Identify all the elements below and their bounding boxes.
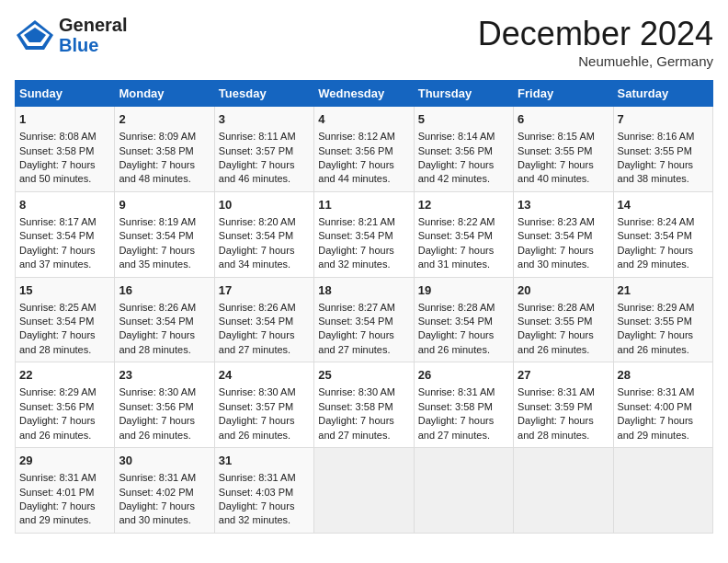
calendar-cell: 24Sunrise: 8:30 AMSunset: 3:57 PMDayligh…	[214, 362, 313, 448]
sunrise: Sunrise: 8:16 AM	[618, 131, 695, 142]
calendar-week-row: 22Sunrise: 8:29 AMSunset: 3:56 PMDayligh…	[16, 362, 713, 448]
calendar-cell	[314, 448, 414, 534]
daylight: Daylight: 7 hours and 42 minutes.	[418, 159, 495, 184]
sunrise: Sunrise: 8:23 AM	[518, 216, 595, 227]
day-number: 30	[119, 453, 210, 469]
logo-general: General	[59, 15, 127, 35]
calendar-table: SundayMondayTuesdayWednesdayThursdayFrid…	[15, 80, 713, 534]
sunset: Sunset: 3:58 PM	[418, 401, 493, 412]
day-number: 21	[618, 282, 709, 299]
logo-text: General Blue	[59, 15, 127, 55]
sunrise: Sunrise: 8:12 AM	[318, 131, 395, 142]
sunset: Sunset: 3:54 PM	[418, 230, 493, 241]
page-header: General Blue December 2024 Neumuehle, Ge…	[15, 15, 713, 69]
sunrise: Sunrise: 8:25 AM	[19, 302, 97, 313]
sunrise: Sunrise: 8:22 AM	[418, 216, 495, 227]
sunset: Sunset: 3:58 PM	[318, 401, 392, 412]
sunset: Sunset: 3:54 PM	[418, 316, 493, 327]
calendar-cell: 29Sunrise: 8:31 AMSunset: 4:01 PMDayligh…	[16, 448, 115, 534]
calendar-cell: 26Sunrise: 8:31 AMSunset: 3:58 PMDayligh…	[414, 362, 513, 448]
sunset: Sunset: 3:54 PM	[318, 230, 392, 241]
calendar-cell: 25Sunrise: 8:30 AMSunset: 3:58 PMDayligh…	[314, 362, 414, 448]
sunset: Sunset: 3:56 PM	[318, 145, 392, 156]
calendar-week-row: 8Sunrise: 8:17 AMSunset: 3:54 PMDaylight…	[16, 191, 713, 277]
day-number: 25	[318, 367, 409, 384]
calendar-cell: 30Sunrise: 8:31 AMSunset: 4:02 PMDayligh…	[115, 448, 214, 534]
calendar-cell: 10Sunrise: 8:20 AMSunset: 3:54 PMDayligh…	[214, 191, 313, 277]
daylight: Daylight: 7 hours and 30 minutes.	[518, 245, 594, 270]
day-number: 4	[318, 111, 409, 128]
sunset: Sunset: 4:01 PM	[19, 487, 94, 498]
day-number: 19	[418, 282, 509, 299]
title-block: December 2024 Neumuehle, Germany	[478, 15, 713, 69]
calendar-cell: 7Sunrise: 8:16 AMSunset: 3:55 PMDaylight…	[613, 107, 712, 192]
sunset: Sunset: 3:54 PM	[19, 230, 94, 241]
sunset: Sunset: 4:03 PM	[219, 487, 293, 498]
day-number: 3	[219, 111, 310, 128]
daylight: Daylight: 7 hours and 46 minutes.	[219, 159, 295, 184]
day-of-week-header: Sunday	[16, 81, 115, 107]
logo-icon	[15, 18, 55, 52]
sunset: Sunset: 3:55 PM	[518, 316, 592, 327]
day-number: 1	[19, 111, 110, 128]
daylight: Daylight: 7 hours and 29 minutes.	[618, 245, 694, 270]
sunset: Sunset: 3:54 PM	[518, 230, 592, 241]
day-number: 8	[19, 197, 110, 213]
sunrise: Sunrise: 8:31 AM	[618, 386, 695, 397]
daylight: Daylight: 7 hours and 32 minutes.	[219, 500, 295, 525]
sunrise: Sunrise: 8:31 AM	[518, 386, 595, 397]
day-of-week-header: Wednesday	[314, 81, 414, 107]
daylight: Daylight: 7 hours and 35 minutes.	[119, 245, 195, 270]
daylight: Daylight: 7 hours and 38 minutes.	[618, 159, 694, 184]
sunset: Sunset: 3:54 PM	[19, 316, 94, 327]
day-number: 2	[119, 111, 210, 128]
sunrise: Sunrise: 8:15 AM	[518, 131, 595, 142]
day-number: 18	[318, 282, 409, 299]
month-title: December 2024	[478, 15, 713, 53]
day-number: 17	[219, 282, 310, 299]
calendar-cell	[514, 448, 613, 534]
calendar-cell	[414, 448, 513, 534]
calendar-header-row: SundayMondayTuesdayWednesdayThursdayFrid…	[16, 81, 713, 107]
sunrise: Sunrise: 8:30 AM	[318, 386, 395, 397]
calendar-cell: 2Sunrise: 8:09 AMSunset: 3:58 PMDaylight…	[115, 107, 214, 192]
sunrise: Sunrise: 8:27 AM	[318, 302, 395, 313]
sunrise: Sunrise: 8:30 AM	[119, 386, 196, 397]
sunset: Sunset: 3:54 PM	[618, 230, 692, 241]
sunrise: Sunrise: 8:31 AM	[119, 472, 196, 483]
daylight: Daylight: 7 hours and 28 minutes.	[19, 329, 96, 354]
calendar-cell: 11Sunrise: 8:21 AMSunset: 3:54 PMDayligh…	[314, 191, 414, 277]
sunset: Sunset: 4:02 PM	[119, 487, 193, 498]
calendar-cell: 12Sunrise: 8:22 AMSunset: 3:54 PMDayligh…	[414, 191, 513, 277]
sunrise: Sunrise: 8:26 AM	[119, 302, 196, 313]
sunrise: Sunrise: 8:28 AM	[418, 302, 495, 313]
daylight: Daylight: 7 hours and 26 minutes.	[219, 415, 295, 440]
day-of-week-header: Thursday	[414, 81, 513, 107]
sunrise: Sunrise: 8:17 AM	[19, 216, 97, 227]
calendar-cell: 15Sunrise: 8:25 AMSunset: 3:54 PMDayligh…	[16, 277, 115, 362]
sunrise: Sunrise: 8:30 AM	[219, 386, 296, 397]
sunset: Sunset: 3:57 PM	[219, 401, 293, 412]
sunset: Sunset: 3:58 PM	[119, 145, 193, 156]
day-number: 22	[19, 367, 110, 384]
calendar-cell: 13Sunrise: 8:23 AMSunset: 3:54 PMDayligh…	[514, 191, 613, 277]
calendar-cell: 27Sunrise: 8:31 AMSunset: 3:59 PMDayligh…	[514, 362, 613, 448]
sunrise: Sunrise: 8:19 AM	[119, 216, 196, 227]
day-number: 24	[219, 367, 310, 384]
daylight: Daylight: 7 hours and 50 minutes.	[19, 159, 96, 184]
daylight: Daylight: 7 hours and 27 minutes.	[318, 415, 394, 440]
sunrise: Sunrise: 8:31 AM	[19, 472, 97, 483]
calendar-cell: 1Sunrise: 8:08 AMSunset: 3:58 PMDaylight…	[16, 107, 115, 192]
calendar-cell: 9Sunrise: 8:19 AMSunset: 3:54 PMDaylight…	[115, 191, 214, 277]
day-of-week-header: Monday	[115, 81, 214, 107]
sunset: Sunset: 3:56 PM	[418, 145, 493, 156]
sunrise: Sunrise: 8:20 AM	[219, 216, 296, 227]
calendar-cell: 4Sunrise: 8:12 AMSunset: 3:56 PMDaylight…	[314, 107, 414, 192]
daylight: Daylight: 7 hours and 26 minutes.	[19, 415, 96, 440]
day-number: 27	[518, 367, 609, 384]
calendar-cell: 19Sunrise: 8:28 AMSunset: 3:54 PMDayligh…	[414, 277, 513, 362]
daylight: Daylight: 7 hours and 30 minutes.	[119, 500, 195, 525]
calendar-week-row: 29Sunrise: 8:31 AMSunset: 4:01 PMDayligh…	[16, 448, 713, 534]
daylight: Daylight: 7 hours and 28 minutes.	[119, 329, 195, 354]
daylight: Daylight: 7 hours and 26 minutes.	[418, 329, 495, 354]
